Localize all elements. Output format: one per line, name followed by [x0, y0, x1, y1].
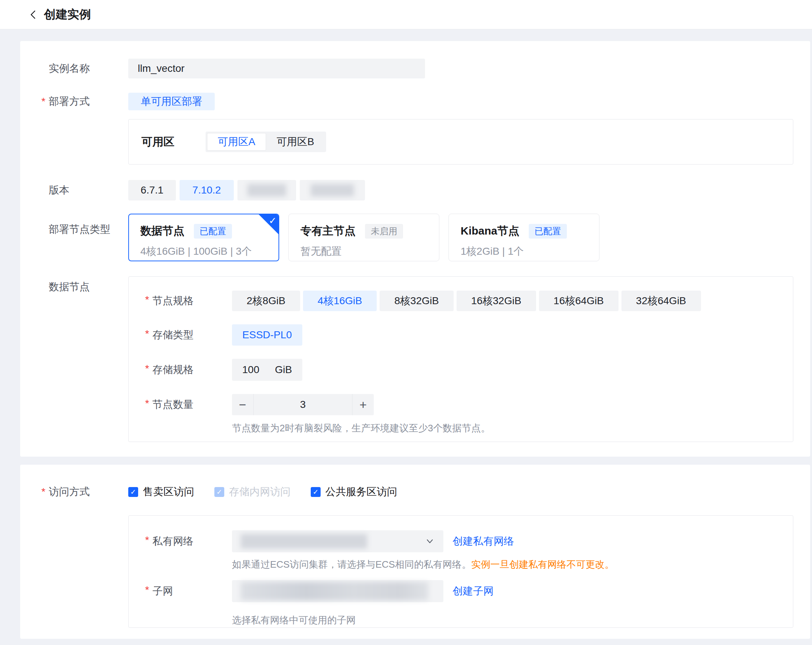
node-types-label-wrap: * 部署节点类型 [20, 214, 128, 236]
subnet-label: 子网 [153, 584, 173, 598]
node-card-kibana[interactable]: Kibana节点 已配置 1核2GiB | 1个 [449, 214, 600, 261]
storage-size-value: 100 [242, 364, 259, 376]
vpc-warning-text: 实例一旦创建私有网络不可更改。 [471, 559, 614, 570]
subnet-select[interactable] [232, 580, 443, 602]
instance-config-card: * 实例名称 * 部署方式 单可用区部署 可用区 可用区A 可用区B [20, 41, 810, 457]
az-box: 可用区 可用区A 可用区B [128, 119, 793, 165]
checkbox-public-service-zone-access[interactable]: ✓ 公共服务区访问 [311, 485, 397, 499]
node-card-title: Kibana节点 [461, 223, 519, 238]
vpc-hint-text: 如果通过ECS访问集群，请选择与ECS相同的私有网络。 [232, 559, 471, 570]
data-node-config-box: * 节点规格 2核8GiB 4核16GiB 8核32GiB 16核32GiB 1… [128, 276, 793, 442]
version-option-671[interactable]: 6.7.1 [128, 180, 176, 200]
spec-option-16c32g[interactable]: 16核32GiB [456, 290, 536, 311]
node-card-badge: 未启用 [365, 224, 403, 238]
az-option-a[interactable]: 可用区A [207, 133, 266, 151]
instance-name-input[interactable] [128, 59, 425, 78]
create-vpc-link[interactable]: 创建私有网络 [453, 534, 514, 548]
subnet-label-wrap: * 子网 [145, 584, 232, 598]
create-subnet-link[interactable]: 创建子网 [453, 584, 494, 598]
node-card-master[interactable]: 专有主节点 未启用 暂无配置 [288, 214, 440, 261]
node-count-label: 节点数量 [153, 397, 194, 411]
chevron-down-icon [425, 536, 435, 547]
minus-icon[interactable]: − [232, 394, 253, 415]
vpc-select[interactable] [232, 530, 443, 552]
required-asterisk: * [145, 363, 153, 377]
node-spec-label-wrap: * 节点规格 [145, 294, 232, 308]
required-asterisk: * [41, 93, 49, 110]
access-checkbox-group: ✓ 售卖区访问 ✓ 存储内网访问 ✓ 公共服务区访问 [128, 485, 810, 498]
az-segmented-control: 可用区A 可用区B [206, 131, 326, 152]
subnet-row: * 子网 创建子网 [145, 580, 793, 602]
data-node-row: * 数据节点 * 节点规格 2核8GiB 4核16GiB 8核32GiB 16核… [20, 276, 810, 442]
deploy-mode-row: * 部署方式 单可用区部署 可用区 可用区A 可用区B [20, 93, 810, 165]
checkbox-label: 公共服务区访问 [325, 485, 397, 499]
back-icon[interactable] [29, 7, 43, 22]
checkbox-label: 售卖区访问 [143, 485, 194, 499]
storage-size-row: * 存储规格 100 GiB [145, 359, 793, 381]
node-count-row: * 节点数量 − 3 + [145, 394, 793, 415]
redacted-text [311, 184, 354, 196]
checkbox-storage-intranet-access-disabled: ✓ 存储内网访问 [214, 485, 291, 499]
spec-option-16c64g[interactable]: 16核64GiB [539, 290, 618, 311]
deploy-mode-single-az-button[interactable]: 单可用区部署 [128, 93, 215, 110]
version-option-redacted-2[interactable] [300, 180, 365, 200]
az-option-b[interactable]: 可用区B [266, 133, 325, 151]
storage-type-label: 存储类型 [153, 328, 194, 342]
version-option-redacted-1[interactable] [237, 180, 296, 200]
storage-type-label-wrap: * 存储类型 [145, 328, 232, 342]
redacted-text [247, 184, 286, 196]
node-card-badge: 已配置 [194, 224, 232, 238]
check-icon: ✓ [269, 215, 277, 226]
spec-option-4c16g-selected[interactable]: 4核16GiB [303, 290, 377, 311]
access-mode-label: 访问方式 [49, 485, 90, 498]
version-label: 版本 [49, 183, 69, 197]
page-header: 创建实例 [0, 0, 812, 29]
required-asterisk: * [145, 534, 153, 548]
checkbox-checked-disabled-icon: ✓ [214, 487, 224, 497]
spec-option-8c32g[interactable]: 8核32GiB [380, 290, 453, 311]
node-card-desc: 暂无配置 [301, 245, 439, 258]
version-option-7102-selected[interactable]: 7.10.2 [180, 180, 234, 200]
required-asterisk: * [145, 328, 153, 342]
node-card-desc: 4核16GiB | 100GiB | 3个 [140, 245, 278, 258]
network-config-box: * 私有网络 创建私有网络 如果通过ECS访问集群，请选择与ECS相同的私有网络… [128, 515, 793, 628]
checkbox-label: 存储内网访问 [229, 485, 291, 499]
access-mode-label-wrap: * 访问方式 [20, 485, 128, 498]
node-count-label-wrap: * 节点数量 [145, 397, 232, 411]
access-mode-row: * 访问方式 ✓ 售卖区访问 ✓ 存储内网访问 ✓ 公共服务区访问 [20, 485, 810, 628]
data-node-label: 数据节点 [49, 280, 90, 294]
storage-size-unit: GiB [275, 364, 292, 376]
node-card-data[interactable]: 数据节点 已配置 4核16GiB | 100GiB | 3个 ✓ [128, 214, 279, 261]
node-types-row: * 部署节点类型 数据节点 已配置 4核16GiB | 100GiB | 3个 … [20, 214, 810, 261]
node-count-stepper: − 3 + [232, 394, 374, 415]
vpc-hint: 如果通过ECS访问集群，请选择与ECS相同的私有网络。实例一旦创建私有网络不可更… [232, 559, 614, 570]
checkbox-sale-zone-access[interactable]: ✓ 售卖区访问 [128, 485, 194, 499]
instance-name-row: * 实例名称 [20, 59, 810, 78]
required-asterisk: * [145, 294, 153, 308]
deploy-mode-label-wrap: * 部署方式 [20, 93, 128, 110]
required-asterisk: * [145, 584, 153, 598]
node-types-label: 部署节点类型 [49, 222, 110, 236]
redacted-subnet-value [241, 582, 428, 600]
node-count-hint: 节点数量为2时有脑裂风险，生产环境建议至少3个数据节点。 [232, 423, 490, 434]
spec-option-2c8g[interactable]: 2核8GiB [232, 290, 300, 311]
node-count-value: 3 [253, 394, 353, 415]
redacted-vpc-value [241, 534, 367, 549]
spec-option-32c64g[interactable]: 32核64GiB [621, 290, 701, 311]
checkbox-checked-icon: ✓ [128, 487, 138, 497]
checkbox-checked-icon: ✓ [311, 487, 321, 497]
access-config-card: * 访问方式 ✓ 售卖区访问 ✓ 存储内网访问 ✓ 公共服务区访问 [20, 465, 810, 639]
version-label-wrap: * 版本 [20, 183, 128, 197]
node-card-badge: 已配置 [529, 224, 567, 238]
node-card-title: 专有主节点 [301, 223, 356, 238]
storage-type-essd-pl0-button[interactable]: ESSD-PL0 [232, 324, 302, 345]
required-asterisk: * [145, 397, 153, 411]
plus-icon[interactable]: + [353, 394, 374, 415]
vpc-label: 私有网络 [153, 534, 194, 548]
storage-size-label: 存储规格 [153, 363, 194, 377]
node-spec-label: 节点规格 [153, 294, 194, 308]
required-asterisk: * [41, 485, 49, 498]
storage-size-input[interactable]: 100 GiB [232, 359, 302, 381]
node-card-desc: 1核2GiB | 1个 [461, 245, 599, 258]
storage-size-label-wrap: * 存储规格 [145, 363, 232, 377]
